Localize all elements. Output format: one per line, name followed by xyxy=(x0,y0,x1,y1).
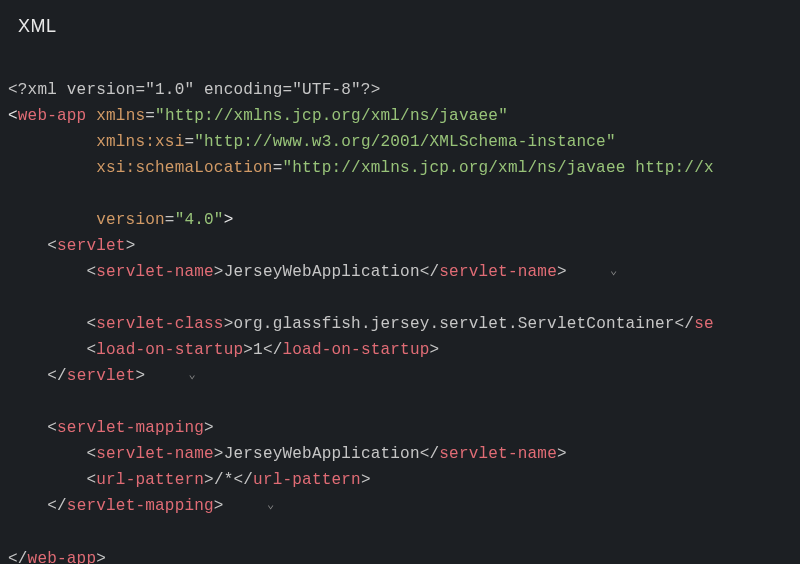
tag-servlet-mapping-close: servlet-mapping xyxy=(67,498,214,516)
tag-servlet-mapping: servlet-mapping xyxy=(57,419,204,437)
fold-icon[interactable]: ⌄ xyxy=(606,258,617,284)
fold-icon[interactable]: ⌄ xyxy=(184,362,195,388)
text-servlet-name-2: JerseyWebApplication xyxy=(224,445,420,463)
val-version: "4.0" xyxy=(175,211,224,229)
attr-xmlns: xmlns xyxy=(96,107,145,125)
text-servlet-class: org.glassfish.jersey.servlet.ServletCont… xyxy=(233,315,674,333)
val-xmlns-xsi: "http://www.w3.org/2001/XMLSchema-instan… xyxy=(194,133,615,151)
tag-load-on-startup: load-on-startup xyxy=(96,341,243,359)
tag-open-bracket: < xyxy=(8,107,18,125)
attr-version: version xyxy=(96,211,165,229)
code-block: <?xml version="1.0" encoding="UTF-8"?> <… xyxy=(0,51,800,564)
tag-url-pattern: url-pattern xyxy=(96,471,204,489)
tag-servlet: servlet xyxy=(57,237,126,255)
tag-web-app-close: web-app xyxy=(28,550,97,564)
text-servlet-name: JerseyWebApplication xyxy=(224,263,420,281)
attr-xmlns-xsi: xmlns:xsi xyxy=(96,133,184,151)
fold-icon[interactable]: ⌄ xyxy=(263,492,274,518)
val-schema-location: "http://xmlns.jcp.org/xml/ns/javaee http… xyxy=(282,159,713,177)
tag-web-app: web-app xyxy=(18,107,87,125)
tag-servlet-class: servlet-class xyxy=(96,315,223,333)
xml-declaration: <?xml version="1.0" encoding="UTF-8"?> xyxy=(8,81,380,99)
language-label: XML xyxy=(0,0,800,51)
attr-schema-location: xsi:schemaLocation xyxy=(96,159,272,177)
tag-servlet-name: servlet-name xyxy=(96,263,214,281)
tag-servlet-name-2: servlet-name xyxy=(96,445,214,463)
tag-servlet-close: servlet xyxy=(67,367,136,385)
text-url-pattern: /* xyxy=(214,471,234,489)
text-load-on-startup: 1 xyxy=(253,341,263,359)
val-xmlns: "http://xmlns.jcp.org/xml/ns/javaee" xyxy=(155,107,508,125)
